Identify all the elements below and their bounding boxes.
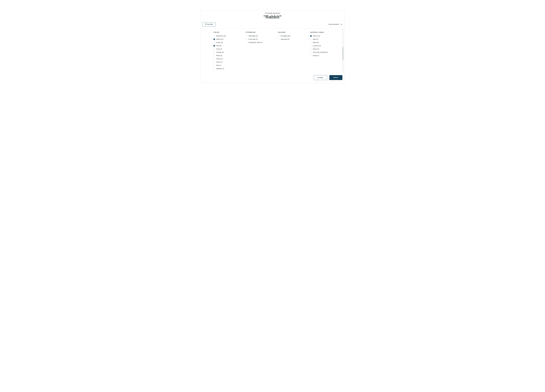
filter-option-list: Resin (14)Wax (5)Metal (4)Ceramic (3)Gla…: [310, 35, 340, 56]
filter-option-label: Poly Vinyl Chloride (1): [313, 51, 328, 53]
filter-column-title: MATERIAL FAMILY: [310, 31, 340, 33]
apply-button[interactable]: APPLY: [329, 75, 342, 80]
checkbox[interactable]: [214, 42, 215, 43]
filter-column: ATTRIBUTESWatertight (2)Food Safe (2)Dis…: [246, 31, 278, 71]
checkbox[interactable]: [214, 39, 215, 40]
checkbox[interactable]: [310, 45, 312, 47]
filter-column-title: ATTRIBUTES: [246, 31, 276, 33]
filters-body: COLORMulticolor (25)White (13)brown (8)P…: [200, 28, 345, 73]
results-count-text: 73 results found for: [200, 12, 345, 14]
results-header: 73 results found for "Rabbit": [200, 10, 345, 20]
svg-point-5: [206, 24, 206, 24]
filter-option-label: Wax (5): [313, 38, 318, 40]
filter-option-label: Red (1): [216, 65, 221, 66]
filter-option[interactable]: Metalics (1): [214, 68, 244, 69]
filter-actions: CLOSE APPLY: [200, 73, 345, 83]
sort-dropdown[interactable]: Recommended: [328, 23, 343, 26]
filter-option-label: White (13): [216, 38, 223, 40]
checkbox[interactable]: [214, 55, 215, 56]
filter-option[interactable]: Multicolor (25): [214, 35, 244, 37]
filter-option-list: Multicolor (25)White (13)brown (8)Pink (…: [214, 35, 244, 71]
filter-option[interactable]: Dishwasher Safe (1): [246, 42, 276, 43]
toolbar: FILTER Recommended: [200, 20, 345, 28]
checkbox[interactable]: [214, 65, 215, 66]
filters-scrollbar-track[interactable]: [342, 28, 344, 73]
checkbox[interactable]: [214, 48, 215, 50]
checkbox[interactable]: [214, 52, 215, 53]
checkbox[interactable]: [214, 35, 215, 37]
filter-option[interactable]: Poly Vinyl Chloride (1): [310, 51, 340, 53]
filter-option[interactable]: Silver (1): [214, 61, 244, 63]
filter-option-label: Orange (4): [216, 51, 224, 53]
checkbox[interactable]: [310, 42, 312, 43]
filter-button[interactable]: FILTER: [202, 22, 216, 26]
filter-option[interactable]: Everyday (63): [278, 35, 308, 37]
filter-option[interactable]: Black (4): [214, 55, 244, 56]
sort-selected-label: Recommended: [328, 24, 339, 25]
filter-option-label: Everyday (63): [281, 35, 290, 37]
filter-column: SEASONSEveryday (63)Seasonal (5): [278, 31, 310, 71]
filter-button-label: FILTER: [207, 24, 213, 25]
filter-option-label: Black (4): [216, 55, 222, 56]
results-term: "Rabbit": [200, 14, 345, 19]
sliders-icon: [205, 24, 207, 25]
filter-option-label: brown (8): [216, 42, 223, 43]
checkbox[interactable]: [214, 68, 215, 69]
checkbox[interactable]: [310, 55, 312, 56]
checkbox[interactable]: [310, 39, 312, 40]
svg-point-4: [206, 24, 206, 24]
filter-option-label: Dishwasher Safe (1): [248, 42, 262, 43]
checkbox[interactable]: [246, 42, 247, 43]
filter-option[interactable]: Metal (4): [310, 42, 340, 43]
checkbox[interactable]: [278, 39, 279, 40]
filter-button-notch: [209, 27, 210, 28]
checkbox[interactable]: [246, 35, 247, 37]
filters-scrollbar-thumb[interactable]: [342, 47, 343, 60]
filter-option-label: Watertight (2): [248, 35, 258, 37]
filter-option[interactable]: Pink (5): [214, 45, 244, 47]
filter-column-title: SEASONS: [278, 31, 308, 33]
filter-option[interactable]: Seasonal (5): [278, 38, 308, 40]
checkbox[interactable]: [310, 52, 312, 53]
filter-option-label: Seasonal (5): [281, 38, 289, 40]
chevron-down-icon: [341, 23, 342, 25]
filter-option-label: Metalics (1): [216, 68, 224, 69]
filter-option-label: Metal (4): [313, 42, 319, 43]
filter-column-title: COLOR: [214, 31, 244, 33]
close-button[interactable]: CLOSE: [314, 75, 327, 80]
filter-column: COLORMulticolor (25)White (13)brown (8)P…: [214, 31, 246, 71]
filter-option-label: Glass (2): [313, 48, 319, 50]
checkbox[interactable]: [246, 39, 247, 40]
filter-option[interactable]: Red (1): [214, 65, 244, 66]
filter-option[interactable]: Food Safe (2): [246, 38, 276, 40]
filter-option[interactable]: Resin (14): [310, 35, 340, 37]
filter-option[interactable]: brown (8): [214, 42, 244, 43]
filter-option-label: Silver (1): [216, 61, 222, 63]
checkbox[interactable]: [310, 48, 312, 50]
filter-option[interactable]: Gray (5): [214, 48, 244, 50]
filter-option[interactable]: Wax (5): [310, 38, 340, 40]
checkbox[interactable]: [278, 35, 279, 37]
filter-option-label: Multicolor (25): [216, 35, 226, 37]
filter-option-list: Everyday (63)Seasonal (5): [278, 35, 308, 40]
filter-column: MATERIAL FAMILYResin (14)Wax (5)Metal (4…: [310, 31, 342, 71]
filter-option-list: Watertight (2)Food Safe (2)Dishwasher Sa…: [246, 35, 276, 43]
filter-option-label: Food Safe (2): [248, 38, 258, 40]
filter-option-label: Gray (5): [216, 48, 222, 50]
filter-option[interactable]: Watertight (2): [246, 35, 276, 37]
filter-option[interactable]: Ceramic (3): [310, 45, 340, 47]
filter-option-label: Green (2): [216, 58, 223, 60]
filter-option[interactable]: Paper (1): [310, 55, 340, 56]
filter-option[interactable]: Green (2): [214, 58, 244, 60]
checkbox[interactable]: [214, 45, 215, 47]
filter-option[interactable]: Glass (2): [310, 48, 340, 50]
checkbox[interactable]: [214, 58, 215, 60]
checkbox[interactable]: [214, 61, 215, 63]
filter-option-label: Resin (14): [313, 35, 320, 37]
filter-panel: 73 results found for "Rabbit" FILTER Rec…: [200, 10, 345, 83]
filter-option[interactable]: White (13): [214, 38, 244, 40]
filter-option-label: Ceramic (3): [313, 45, 321, 47]
filter-option-label: Pink (5): [216, 45, 222, 47]
checkbox[interactable]: [310, 35, 312, 37]
filter-option[interactable]: Orange (4): [214, 51, 244, 53]
